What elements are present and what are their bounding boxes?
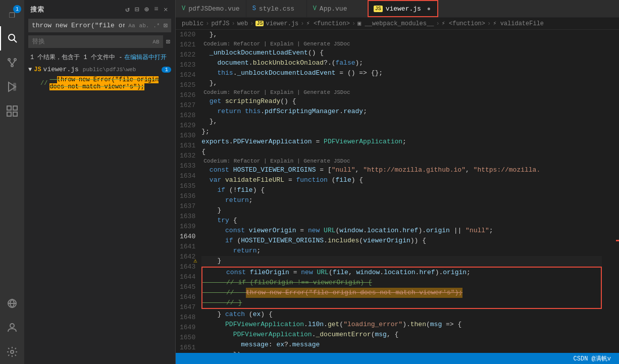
open-in-editor-link[interactable]: 在编辑器中打开: [124, 53, 167, 62]
file-js-icon: JS: [34, 66, 41, 73]
search-input[interactable]: [32, 22, 125, 29]
sidebar-header-icons: ↺ ⊟ ⊕ ≡ ✕: [124, 4, 169, 15]
tab-pdfjsdemo[interactable]: V pdfJSDemo.vue: [176, 0, 246, 17]
search-box-container: Aa ab. .* ⊠: [24, 19, 175, 35]
settings-activity-icon[interactable]: [0, 340, 24, 364]
search-options: Aa ab. .*: [127, 22, 161, 29]
tab-app[interactable]: V App.vue: [307, 0, 368, 17]
tab-label-style: style.css: [259, 5, 294, 13]
code-line-1647: PDFViewerApplication._documentError(msg,…: [201, 330, 602, 340]
tab-style[interactable]: S style.css: [246, 0, 307, 17]
svg-line-1: [14, 40, 17, 43]
tab-label-pdfjsdemo: pdfJSDemo.vue: [188, 5, 239, 13]
breadcrumb-webpack[interactable]: ▣ __webpack_modules__: [357, 20, 434, 27]
replace-box-container: AB ⊠: [24, 35, 175, 51]
line-numbers: 1620 1621 1622 1623 1624 1625 1626 1627 …: [176, 30, 201, 353]
sidebar-title: 搜索: [30, 5, 44, 14]
search-close-btn[interactable]: ⊠: [164, 21, 168, 30]
code-line-1642: // if (fileOrigin !== viewerOrigin) {: [202, 278, 601, 288]
code-line-1649: });: [201, 350, 602, 353]
new-file-icon[interactable]: ⊕: [143, 4, 150, 15]
tab-close-viewer[interactable]: ●: [426, 5, 432, 14]
code-line-1633: if (!file) {: [201, 185, 602, 195]
whole-word-btn[interactable]: ab.: [138, 22, 151, 29]
replace-input[interactable]: [32, 38, 150, 45]
editor-area: V pdfJSDemo.vue S style.css V App.vue JS…: [176, 0, 619, 364]
svg-line-6: [12, 61, 15, 65]
tab-bar: V pdfJSDemo.vue S style.css V App.vue JS…: [176, 0, 619, 18]
status-bar: CSDN @满帆v: [176, 353, 619, 364]
activity-bar: ❐ 1: [0, 0, 24, 364]
match-line[interactable]: // throw new Error("file origin does not…: [24, 75, 175, 91]
breadcrumb-viewer[interactable]: viewer.js: [266, 20, 298, 27]
code-line-1636: try {: [201, 216, 602, 226]
breadcrumb-pdfjs[interactable]: pdfJS: [211, 20, 229, 27]
warning-icon: ⚠: [193, 256, 197, 266]
gutter-error-mark: [616, 240, 619, 241]
regex-btn[interactable]: .*: [151, 22, 161, 29]
code-line-1626: return this.pdfScriptingManager.ready;: [201, 107, 602, 117]
code-line-1640: ⚠ }: [201, 256, 602, 266]
vue-icon: V: [182, 5, 185, 12]
red-highlight-box: const fileOrigin = new URL(file, window.…: [201, 267, 602, 309]
source-control-activity-icon[interactable]: [0, 50, 24, 75]
breadcrumb-public[interactable]: public: [182, 20, 203, 27]
code-line-1624: },: [201, 78, 602, 88]
svg-line-5: [9, 61, 12, 65]
case-sensitive-btn[interactable]: Aa: [127, 22, 136, 29]
highlighted-search-match: throw new Error("file origin does not ma…: [246, 288, 462, 298]
code-content: 1620 1621 1622 1623 1624 1625 1626 1627 …: [176, 30, 619, 353]
activity-badge: 1: [13, 5, 21, 13]
breadcrumb-web[interactable]: web: [237, 20, 248, 27]
collapse-icon[interactable]: ⊟: [134, 4, 140, 15]
account-activity-icon[interactable]: [0, 316, 24, 340]
code-line-1648: message: ex?.message: [201, 340, 602, 350]
code-line-1622: document.blockUnblockOnload?.(false);: [201, 58, 602, 68]
codeium-hint-1631: Codeium: Refactor | Explain | Generate J…: [201, 157, 602, 165]
code-line-1641: const fileOrigin = new URL(file, window.…: [202, 268, 601, 278]
extensions-activity-icon[interactable]: [0, 99, 24, 123]
code-editor[interactable]: 1620 1621 1622 1623 1624 1625 1626 1627 …: [176, 30, 619, 353]
sidebar-header: 搜索 ↺ ⊟ ⊕ ≡ ✕: [24, 0, 175, 19]
tab-label-app: App.vue: [320, 5, 347, 13]
code-line-1623: this._unblockDocumentLoadEvent = () => {…: [201, 68, 602, 78]
code-line-1620: },: [201, 30, 602, 40]
svg-rect-8: [14, 83, 16, 90]
code-line-1645: } catch (ex) {: [201, 309, 602, 320]
breadcrumb-function2[interactable]: ⚡ <function>: [442, 20, 485, 27]
remote-activity-icon[interactable]: [0, 291, 24, 316]
toggle-icon[interactable]: ≡: [153, 4, 160, 15]
search-input-wrapper: Aa ab. .* ⊠: [28, 19, 171, 32]
code-line-1630: {: [201, 147, 602, 157]
code-line-1639: return;: [201, 246, 602, 256]
css-icon: S: [252, 5, 256, 12]
results-count-text: 1 个结果，包含于 1 个文件中 -: [30, 53, 122, 62]
replace-ab-label: AB: [152, 39, 159, 45]
code-lines: }, Codeium: Refactor | Explain | Generat…: [201, 30, 612, 353]
code-line-1646: PDFViewerApplication.l10n.get("loading_e…: [201, 320, 602, 330]
codeium-hint-1625: Codeium: Refactor | Explain | Generate J…: [201, 88, 602, 96]
svg-rect-10: [13, 106, 17, 110]
run-activity-icon[interactable]: [0, 75, 24, 99]
replace-input-wrapper: AB: [28, 35, 163, 48]
code-line-1625: get scriptingReady() {: [201, 96, 602, 107]
results-info: 1 个结果，包含于 1 个文件中 - 在编辑器中打开: [24, 51, 175, 64]
breadcrumb-validatefile[interactable]: ⚡ validateFile: [493, 20, 544, 27]
code-line-1628: };: [201, 127, 602, 137]
svg-rect-11: [7, 112, 11, 116]
search-activity-icon[interactable]: [0, 26, 24, 50]
tab-viewer[interactable]: JS viewer.js ●: [368, 0, 438, 17]
file-result-header[interactable]: ▼ JS viewer.js public\pdfJS\web 1: [24, 64, 175, 75]
match-comment: //: [40, 80, 47, 87]
breadcrumb-function1[interactable]: ⚡ <function>: [306, 20, 349, 27]
replace-toggle-btn[interactable]: ⊠: [165, 36, 171, 47]
close-icon[interactable]: ✕: [163, 4, 169, 15]
chevron-icon: ▼: [28, 66, 32, 73]
status-author: CSDN @满帆v: [570, 354, 615, 363]
codeium-hint-1621: Codeium: Refactor | Explain | Generate J…: [201, 40, 602, 48]
svg-point-4: [11, 65, 13, 67]
file-name: viewer.js: [43, 66, 79, 73]
file-path: public\pdfJS\web: [83, 67, 136, 73]
files-activity-icon[interactable]: ❐ 1: [0, 2, 24, 26]
refresh-icon[interactable]: ↺: [124, 4, 131, 15]
